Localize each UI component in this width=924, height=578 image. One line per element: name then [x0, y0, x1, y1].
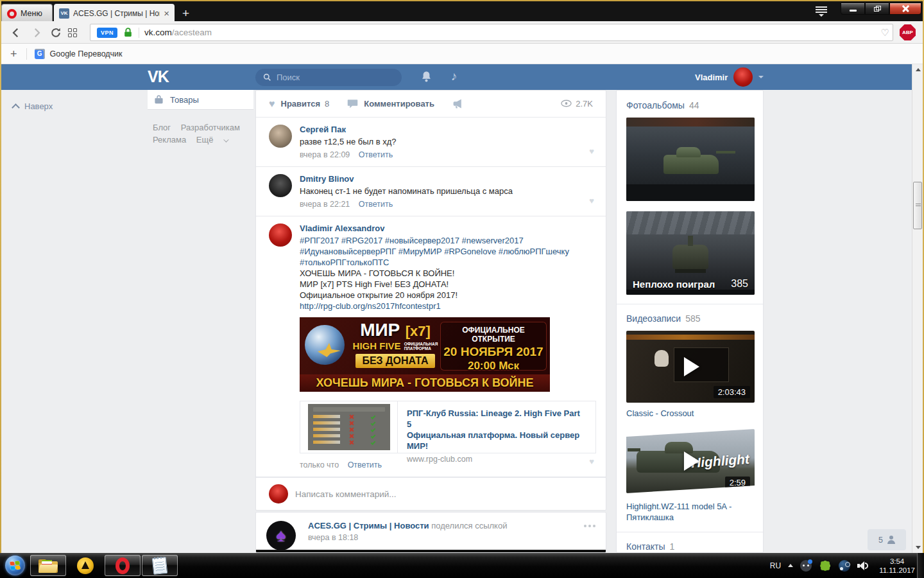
comment-author[interactable]: Сергей Пак: [300, 125, 595, 134]
reply-link[interactable]: Ответить: [348, 460, 382, 469]
sidebar-item-tovary[interactable]: Товары: [148, 90, 253, 110]
reply-link[interactable]: Ответить: [359, 150, 393, 159]
reload-icon[interactable]: [50, 27, 62, 39]
search-input[interactable]: Поиск: [255, 69, 402, 86]
comment-like-icon[interactable]: ♥: [589, 457, 594, 466]
user-menu[interactable]: Vladimir: [695, 67, 764, 87]
taskbar-notepad-button[interactable]: [142, 555, 178, 576]
scrollbar[interactable]: [912, 64, 923, 553]
video-title[interactable]: Classic - Crossout: [626, 408, 753, 419]
comment-author[interactable]: Dmitry Blinov: [300, 174, 595, 184]
comment-button[interactable]: Комментировать: [347, 98, 434, 109]
comment-text-line: ХОЧЕШЬ МИРА - ГОТОВЬСЯ К ВОЙНЕ!: [300, 268, 595, 279]
post-time[interactable]: вчера в 18:18: [308, 533, 507, 542]
window-restore-button[interactable]: [865, 3, 889, 15]
banner-opening-time: 20:00 Мск: [441, 360, 546, 372]
show-desktop-button[interactable]: [917, 553, 924, 578]
discord-icon[interactable]: [800, 560, 812, 572]
banner-image[interactable]: МИР [x7] HIGH FIVE ОФИЦИАЛЬНАЯ ПЛАТФОРМА…: [300, 317, 550, 392]
speed-dial-icon[interactable]: [68, 28, 77, 37]
bookmark-heart-icon[interactable]: ♡: [881, 27, 889, 39]
url-field[interactable]: VPN vk.com/acesteam: [90, 24, 893, 41]
comment-author[interactable]: Vladimir Alexsandrov: [300, 223, 595, 233]
notifications-bell-icon[interactable]: [420, 71, 432, 83]
windows-logo-icon: [5, 556, 25, 575]
photo-album-2[interactable]: Неплохо поиграл 385: [626, 211, 755, 295]
link-preview-domain[interactable]: www.rpg-club.com: [407, 455, 586, 464]
post-actions-bar: ♥ Нравится 8 Комментировать 2.7K: [256, 91, 606, 118]
link-preview-title[interactable]: РПГ-Клуб Russia: Lineage 2. High Five Pa…: [407, 408, 586, 451]
avatar[interactable]: [269, 223, 292, 247]
opera-menu-button[interactable]: Меню: [1, 4, 53, 22]
volume-icon[interactable]: [857, 561, 870, 571]
scrollbar-thumb[interactable]: [913, 182, 922, 229]
link-preview[interactable]: РПГ-Клуб Russia: Lineage 2. High Five Pa…: [300, 401, 596, 453]
share-button[interactable]: [452, 98, 463, 109]
write-comment-input[interactable]: Написать комментарий...: [295, 489, 397, 499]
vpn-badge[interactable]: VPN: [97, 28, 117, 38]
url-text: vk.com/acesteam: [144, 28, 212, 37]
bookmark-google-translate[interactable]: Google Переводчик: [50, 49, 123, 58]
footer-link-blog[interactable]: Блог: [153, 123, 171, 132]
video-title[interactable]: Highlight.WZ-111 model 5A - Пятиклашка: [626, 501, 753, 523]
aimp-icon: [77, 557, 94, 574]
group-avatar[interactable]: ♠: [266, 521, 296, 550]
play-icon: [684, 451, 699, 471]
browser-tab[interactable]: VK ACES.GG | Стримы | Ново ×: [54, 4, 175, 22]
adblock-abp-icon[interactable]: ABP: [900, 24, 916, 40]
reply-link[interactable]: Ответить: [359, 200, 393, 209]
clock[interactable]: 3:54 11.11.2017: [879, 557, 915, 575]
avatar[interactable]: [269, 174, 292, 197]
language-indicator[interactable]: RU: [770, 561, 781, 570]
music-icon[interactable]: ♪: [451, 69, 458, 83]
group-name-link[interactable]: ACES.GG | Стримы | Новости: [308, 521, 429, 530]
steam-icon[interactable]: [839, 560, 850, 572]
footer-link-developers[interactable]: Разработчикам: [181, 123, 240, 132]
taskbar-explorer-button[interactable]: [30, 555, 66, 576]
scroll-up-button[interactable]: [912, 64, 923, 75]
vk-logo[interactable]: VK: [148, 67, 169, 86]
comment-body: Сергей Пак разве т12,5 не был в хд? вчер…: [300, 125, 595, 159]
comment-url-link[interactable]: http://rpg-club.org/ns2017hfcontestpr1: [300, 301, 595, 311]
url-domain: vk.com: [144, 28, 172, 37]
video-duration: 2:03:43: [714, 386, 750, 398]
avatar[interactable]: [269, 125, 292, 148]
forward-icon[interactable]: [31, 27, 42, 39]
comment-text: Наконец ст-1 не будет напоминать пришель…: [300, 186, 595, 197]
icq-icon[interactable]: [821, 561, 830, 570]
photo-album-1[interactable]: a 1: [626, 118, 755, 201]
online-friends-badge[interactable]: 5: [868, 529, 906, 550]
photos-title[interactable]: Фотоальбомы: [626, 100, 685, 110]
hidden-icons-arrow[interactable]: [788, 564, 793, 567]
window-minimize-button[interactable]: [841, 3, 865, 15]
banner-title: МИР: [360, 320, 400, 340]
scroll-down-button[interactable]: [912, 542, 923, 553]
videos-title[interactable]: Видеозаписи: [626, 313, 681, 324]
tab-close-icon[interactable]: ×: [164, 8, 169, 18]
contacts-title[interactable]: Контакты: [626, 541, 665, 552]
start-button[interactable]: [0, 553, 30, 578]
like-heart-icon[interactable]: ♥: [269, 98, 275, 110]
album-caption: Неплохо поиграл: [633, 279, 715, 290]
video-thumbnail-2[interactable]: Highlight 2:59: [626, 429, 755, 493]
footer-link-more[interactable]: Ещё: [196, 135, 214, 144]
window-close-button[interactable]: [889, 3, 921, 15]
back-icon[interactable]: [10, 27, 22, 39]
back-to-top-link[interactable]: Наверх: [13, 101, 53, 111]
footer-link-ads[interactable]: Реклама: [153, 135, 186, 144]
comment-like-icon[interactable]: ♥: [589, 196, 594, 206]
video-thumbnail-1[interactable]: 2:03:43: [626, 331, 755, 403]
like-button[interactable]: Нравится: [281, 99, 321, 109]
comment-label: Комментировать: [364, 99, 434, 109]
lock-icon[interactable]: [123, 27, 133, 38]
tab-menu-icon[interactable]: [814, 6, 829, 18]
comment-hashtags[interactable]: #РПГ2017 #RPG2017 #новыйсервер2017 #news…: [300, 235, 595, 268]
post-menu-dots-icon[interactable]: [584, 521, 595, 550]
new-tab-button[interactable]: +: [182, 7, 189, 19]
add-bookmark-icon[interactable]: +: [10, 48, 17, 60]
comment-like-icon[interactable]: ♥: [589, 146, 594, 156]
taskbar-aimp-button[interactable]: [67, 555, 103, 576]
post-action-text: поделился ссылкой: [431, 521, 507, 530]
banner-slogan: ХОЧЕШЬ МИРА - ГОТОВЬСЯ К ВОЙНЕ: [300, 374, 550, 392]
taskbar-opera-button[interactable]: [105, 555, 141, 576]
